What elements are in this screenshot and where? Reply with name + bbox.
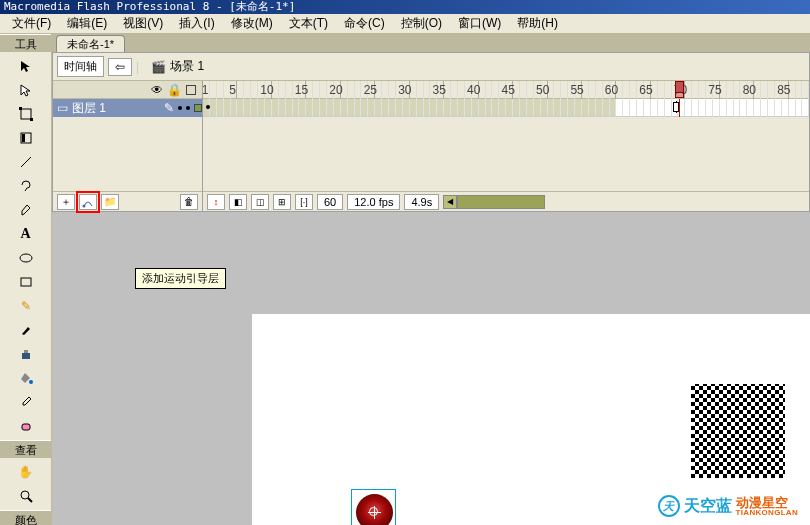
eyedropper-tool[interactable]	[15, 391, 37, 413]
pen-tool[interactable]	[15, 199, 37, 221]
free-transform-tool[interactable]	[15, 103, 37, 125]
frames-row[interactable]	[203, 99, 809, 117]
svg-rect-1	[19, 107, 22, 110]
menu-window[interactable]: 窗口(W)	[450, 13, 509, 34]
zoom-tool[interactable]	[15, 485, 37, 507]
document-tab-row: 未命名-1*	[52, 34, 810, 52]
add-motion-guide-button[interactable]	[79, 194, 97, 210]
menu-file[interactable]: 文件(F)	[4, 13, 59, 34]
subselection-tool[interactable]	[15, 79, 37, 101]
modify-onion-markers-button[interactable]: [·]	[295, 194, 313, 210]
pencil-tool[interactable]: ✎	[15, 295, 37, 317]
svg-point-6	[20, 254, 32, 262]
menu-text[interactable]: 文本(T)	[281, 13, 336, 34]
edit-multiple-frames-button[interactable]: ⊞	[273, 194, 291, 210]
color-header: 颜色	[0, 510, 51, 525]
scroll-left-icon[interactable]: ◀	[443, 195, 457, 209]
layer-row[interactable]: ▭ 图层 1 ✎	[53, 99, 202, 117]
playhead[interactable]	[679, 99, 680, 117]
layer-visible-dot[interactable]	[178, 106, 182, 110]
fps-field: 12.0 fps	[347, 194, 400, 210]
tooltip-add-motion-guide: 添加运动引导层	[135, 268, 226, 289]
brand-logo-icon: 天	[658, 495, 680, 517]
elapsed-time-field: 4.9s	[404, 194, 439, 210]
hand-tool[interactable]: ✋	[15, 461, 37, 483]
title-bar: Macromedia Flash Professional 8 - [未命名-1…	[0, 0, 810, 14]
lock-icon[interactable]: 🔒	[167, 83, 182, 97]
paint-bucket-tool[interactable]	[15, 367, 37, 389]
tools-header: 工具	[0, 34, 51, 52]
insert-layer-folder-button[interactable]: 📁	[101, 194, 119, 210]
selection-tool[interactable]	[15, 55, 37, 77]
frames-scrollbar[interactable]: ◀	[443, 195, 805, 209]
layer-pencil-icon: ✎	[164, 101, 174, 115]
svg-point-10	[29, 380, 33, 384]
lasso-tool[interactable]	[15, 175, 37, 197]
svg-line-13	[28, 498, 32, 502]
line-tool[interactable]	[15, 151, 37, 173]
menu-help[interactable]: 帮助(H)	[509, 13, 566, 34]
delete-layer-button[interactable]: 🗑	[180, 194, 198, 210]
brand-watermark: 天 天空蓝 动漫星空 TIANKONGLAN	[658, 493, 798, 519]
keyframe-dot	[206, 105, 210, 109]
brand-name-en: TIANKONGLAN	[736, 509, 798, 517]
svg-rect-7	[21, 278, 31, 286]
tool-panel: 工具 A ✎ 查看 ✋ 颜色 ✎ 🪣 选项 ✓ ✕	[0, 34, 52, 525]
menu-control[interactable]: 控制(O)	[393, 13, 450, 34]
svg-point-18	[83, 204, 86, 207]
svg-rect-11	[22, 424, 30, 430]
document-tab[interactable]: 未命名-1*	[56, 35, 125, 52]
brand-sub-cn: 动漫星空	[736, 496, 798, 509]
svg-rect-9	[24, 350, 28, 353]
current-frame-field: 60	[317, 194, 343, 210]
onion-skin-button[interactable]: ◧	[229, 194, 247, 210]
view-header: 查看	[0, 440, 51, 458]
layer-outline-swatch[interactable]	[194, 104, 202, 112]
eraser-tool[interactable]	[15, 415, 37, 437]
menu-bar: 文件(F) 编辑(E) 视图(V) 插入(I) 修改(M) 文本(T) 命令(C…	[0, 14, 810, 34]
brand-name-cn: 天空蓝	[684, 496, 732, 517]
menu-modify[interactable]: 修改(M)	[223, 13, 281, 34]
menu-view[interactable]: 视图(V)	[115, 13, 171, 34]
registration-point-icon	[369, 507, 378, 516]
menu-commands[interactable]: 命令(C)	[336, 13, 393, 34]
onion-skin-outlines-button[interactable]: ◫	[251, 194, 269, 210]
outline-icon[interactable]	[186, 85, 196, 95]
insert-layer-button[interactable]: ＋	[57, 194, 75, 210]
layer-lock-dot[interactable]	[186, 106, 190, 110]
qr-code-watermark	[678, 371, 798, 491]
oval-tool[interactable]	[15, 247, 37, 269]
text-tool[interactable]: A	[15, 223, 37, 245]
timeline-panel: 时间轴 ⇦ | 🎬 场景 1 👁 🔒 ▭ 图层 1 ✎	[52, 52, 810, 212]
eye-icon[interactable]: 👁	[151, 83, 163, 97]
timeline-toggle-button[interactable]: 时间轴	[57, 56, 104, 77]
svg-point-12	[21, 491, 29, 499]
frame-ruler[interactable]: 1510152025303540455055606570758085	[203, 81, 809, 99]
scene-label[interactable]: 🎬 场景 1	[151, 58, 204, 75]
layer-name-label: 图层 1	[72, 100, 106, 117]
svg-rect-0	[21, 109, 31, 119]
menu-edit[interactable]: 编辑(E)	[59, 13, 115, 34]
gradient-transform-tool[interactable]	[15, 127, 37, 149]
svg-rect-4	[22, 134, 25, 142]
add-motion-guide-highlight	[76, 191, 100, 213]
svg-rect-8	[22, 353, 30, 359]
ink-bottle-tool[interactable]	[15, 343, 37, 365]
scene-clapper-icon: 🎬	[151, 60, 166, 74]
rectangle-tool[interactable]	[15, 271, 37, 293]
menu-insert[interactable]: 插入(I)	[171, 13, 222, 34]
selection-bounding-box[interactable]	[351, 489, 396, 525]
center-frame-button[interactable]: ↕	[207, 194, 225, 210]
svg-rect-2	[30, 118, 33, 121]
svg-line-5	[21, 157, 31, 167]
layer-type-icon: ▭	[57, 101, 68, 115]
back-button[interactable]: ⇦	[108, 58, 132, 76]
brush-tool[interactable]	[15, 319, 37, 341]
